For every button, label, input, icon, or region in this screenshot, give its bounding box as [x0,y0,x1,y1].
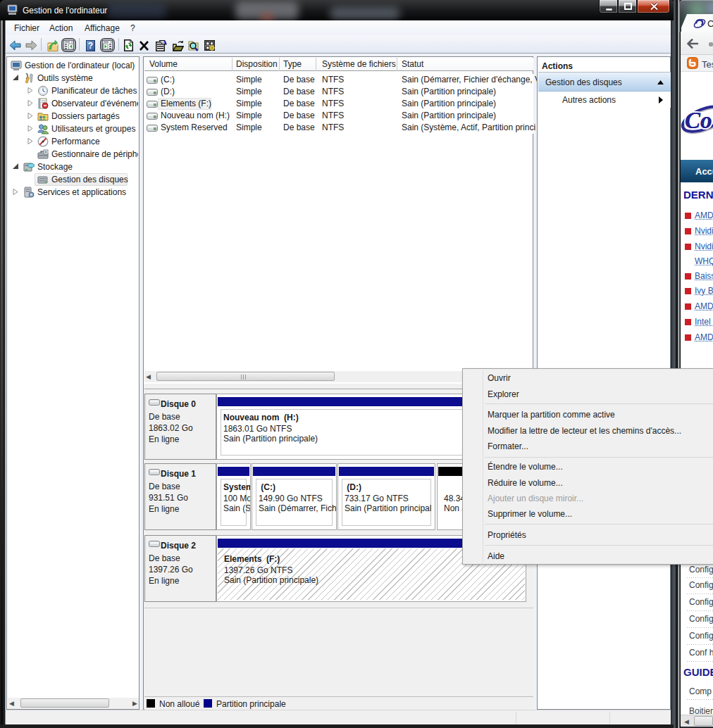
svg-text:Co: Co [685,108,712,133]
svg-text:?: ? [88,41,93,51]
